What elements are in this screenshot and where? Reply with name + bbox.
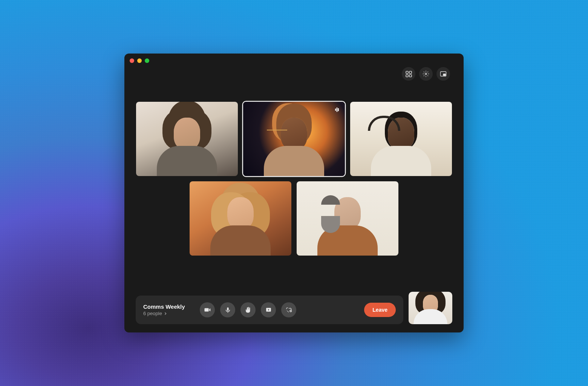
microphone-icon — [225, 307, 231, 313]
svg-rect-7 — [335, 109, 336, 111]
people-count-label: 6 people — [143, 311, 162, 316]
share-screen-icon — [265, 307, 272, 313]
window-minimize-button[interactable] — [137, 58, 142, 63]
chevron-right-icon — [164, 312, 167, 316]
raise-hand-icon — [245, 307, 251, 313]
reaction-icon — [285, 306, 292, 313]
control-icons — [200, 302, 296, 317]
titlebar — [124, 54, 464, 68]
meeting-info: Comms Weekly 6 people — [143, 303, 192, 316]
svg-rect-6 — [443, 74, 446, 76]
participant-tile[interactable] — [350, 102, 452, 176]
header-controls — [402, 67, 450, 81]
svg-rect-1 — [409, 71, 412, 74]
layout-button[interactable] — [402, 67, 415, 81]
bottom-area: Comms Weekly 6 people — [124, 291, 464, 332]
raise-hand-button[interactable] — [240, 302, 256, 317]
participant-tile[interactable] — [297, 181, 398, 256]
gear-icon — [423, 70, 429, 77]
share-screen-button[interactable] — [261, 302, 276, 317]
svg-point-4 — [425, 73, 427, 75]
self-video-preview[interactable] — [409, 292, 452, 324]
camera-button[interactable] — [200, 302, 215, 317]
pip-icon — [440, 70, 447, 77]
participant-tile[interactable] — [136, 102, 238, 176]
svg-rect-2 — [406, 75, 408, 77]
traffic-lights — [130, 58, 149, 63]
participant-tile[interactable] — [190, 181, 291, 256]
meeting-title: Comms Weekly — [143, 303, 192, 310]
video-grid — [124, 68, 464, 291]
speaking-indicator-icon — [333, 106, 341, 114]
microphone-button[interactable] — [220, 302, 235, 317]
window-close-button[interactable] — [130, 58, 134, 63]
layout-grid-icon — [406, 71, 412, 77]
svg-rect-0 — [406, 71, 408, 74]
settings-button[interactable] — [419, 67, 433, 81]
people-count-button[interactable]: 6 people — [143, 311, 192, 316]
camera-icon — [204, 306, 211, 313]
leave-button[interactable]: Leave — [364, 303, 396, 317]
svg-rect-9 — [338, 108, 339, 111]
app-window: Comms Weekly 6 people — [124, 54, 464, 332]
svg-rect-3 — [409, 75, 412, 77]
svg-rect-8 — [337, 107, 338, 112]
reaction-button[interactable] — [281, 302, 296, 317]
control-bar: Comms Weekly 6 people — [136, 296, 403, 324]
window-maximize-button[interactable] — [145, 58, 149, 63]
participant-tile[interactable] — [243, 102, 345, 176]
pip-button[interactable] — [436, 67, 450, 81]
